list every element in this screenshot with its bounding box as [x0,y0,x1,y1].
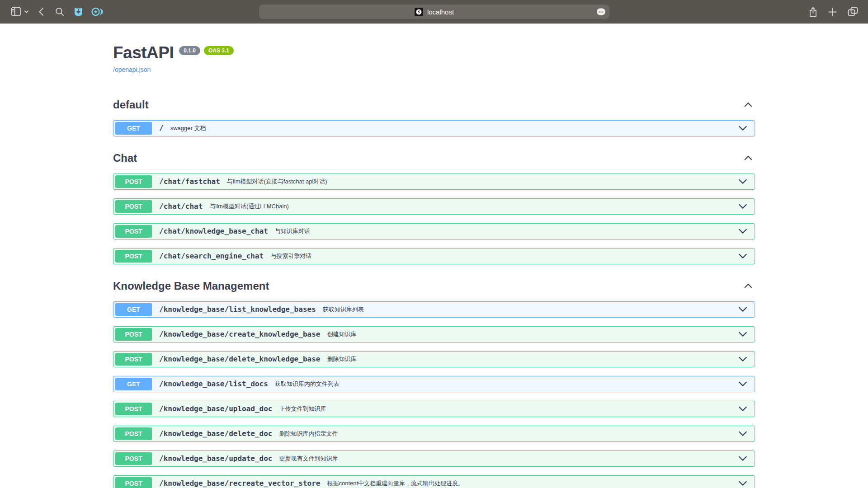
section-collapse-button[interactable] [741,154,755,162]
section-title: Chat [113,152,137,164]
extension-radar-button[interactable] [88,5,106,19]
section-default: default GET / swagger 文档 [113,99,755,136]
section-title: Knowledge Base Management [113,280,269,292]
endpoint-description: 与搜索引擎对话 [270,252,311,260]
endpoint-post-chat-search_engine_chat[interactable]: POST /chat/search_engine_chat 与搜索引擎对话 [113,248,755,264]
api-sections: default GET / swagger 文档 Chat [113,99,755,488]
page-title: FastAPI [113,44,174,62]
method-badge: POST [115,403,152,415]
sidebar-toggle-button[interactable] [9,5,23,19]
section-collapse-button[interactable] [741,100,755,109]
api-info: FastAPI 0.1.0 OAS 3.1 /openapi.json [113,23,755,74]
endpoint-expand-button[interactable] [736,404,750,413]
endpoint-expand-button[interactable] [736,177,750,186]
openapi-spec-link[interactable]: /openapi.json [113,66,151,73]
endpoint-path: /knowledge_base/recreate_vector_store [159,479,320,488]
search-button[interactable] [52,5,68,19]
method-badge: POST [115,328,152,341]
endpoint-post-chat-fastchat[interactable]: POST /chat/fastchat 与llm模型对话(直接与fastchat… [113,174,755,190]
endpoint-list: GET / swagger 文档 [113,116,755,136]
tab-overview-button[interactable] [848,7,858,17]
chevron-down-icon [738,253,747,259]
back-icon [38,7,44,16]
endpoint-post-knowledge_base-recreate_vector_store[interactable]: POST /knowledge_base/recreate_vector_sto… [113,475,755,488]
content-wrapper: FastAPI 0.1.0 OAS 3.1 /openapi.json defa… [113,23,755,488]
endpoint-description: 获取知识库列表 [323,305,364,314]
share-button[interactable] [809,7,817,17]
fastapi-bolt-icon [415,9,422,15]
address-bar[interactable]: localhost [259,5,609,19]
endpoint-path: /knowledge_base/delete_doc [159,429,272,438]
chevron-down-icon [738,357,747,362]
sidebar-icon [11,7,21,16]
endpoint-path: / [159,124,164,132]
endpoint-expand-button[interactable] [736,355,750,364]
endpoint-expand-button[interactable] [736,252,750,261]
toolbar-left-group [0,5,106,19]
extension-shield-button[interactable] [70,5,87,19]
endpoint-description: 删除知识库内指定文件 [279,430,338,438]
method-badge: GET [115,303,152,316]
page-settings-button[interactable] [597,9,605,15]
new-tab-button[interactable] [828,8,837,16]
endpoint-get-knowledge_base-list_knowledge_bases[interactable]: GET /knowledge_base/list_knowledge_bases… [113,301,755,318]
section-collapse-button[interactable] [741,282,755,290]
endpoint-get-root[interactable]: GET / swagger 文档 [113,120,755,136]
browser-toolbar: localhost [0,0,868,23]
section-header[interactable]: Chat [113,152,755,169]
chevron-down-icon [24,10,28,13]
endpoint-expand-button[interactable] [736,454,750,463]
endpoint-description: 与知识库对话 [275,227,310,235]
endpoint-description: 创建知识库 [327,330,356,338]
chevron-down-icon [738,456,747,461]
tab-overview-icon [848,7,858,17]
endpoint-list: POST /chat/fastchat 与llm模型对话(直接与fastchat… [113,169,755,264]
chevron-down-icon [738,481,747,486]
title-badges: 0.1.0 OAS 3.1 [179,46,234,55]
method-badge: POST [115,200,152,213]
endpoint-description: 上传文件到知识库 [279,405,326,413]
share-icon [809,7,817,17]
extension-radar-icon [91,6,103,17]
endpoint-expand-button[interactable] [736,305,750,314]
endpoint-description: swagger 文档 [170,124,206,132]
endpoint-expand-button[interactable] [736,124,750,133]
version-badge: 0.1.0 [179,46,200,55]
endpoint-post-knowledge_base-update_doc[interactable]: POST /knowledge_base/update_doc 更新现有文件到知… [113,450,755,467]
endpoint-description: 更新现有文件到知识库 [279,455,338,463]
method-badge: POST [115,353,152,366]
sidebar-menu-button[interactable] [23,5,30,19]
oas-badge: OAS 3.1 [204,46,234,55]
endpoint-expand-button[interactable] [736,227,750,236]
endpoint-expand-button[interactable] [736,479,750,488]
endpoint-post-chat-chat[interactable]: POST /chat/chat 与llm模型对话(通过LLMChain) [113,198,755,215]
section-header[interactable]: default [113,99,755,116]
method-badge: POST [115,175,152,188]
endpoint-post-knowledge_base-upload_doc[interactable]: POST /knowledge_base/upload_doc 上传文件到知识库 [113,401,755,417]
back-button[interactable] [33,5,49,19]
method-badge: POST [115,452,152,465]
endpoint-expand-button[interactable] [736,202,750,211]
chevron-up-icon [744,155,752,160]
chevron-down-icon [738,381,747,387]
endpoint-expand-button[interactable] [736,429,750,438]
chevron-down-icon [738,179,747,184]
endpoint-path: /knowledge_base/create_knowledge_base [159,330,320,338]
endpoint-description: 获取知识库内的文件列表 [275,380,340,388]
method-badge: POST [115,427,152,440]
chevron-down-icon [738,307,747,312]
chevron-down-icon [738,204,747,209]
section-header[interactable]: Knowledge Base Management [113,280,755,297]
endpoint-post-chat-knowledge_base_chat[interactable]: POST /chat/knowledge_base_chat 与知识库对话 [113,223,755,239]
endpoint-get-knowledge_base-list_docs[interactable]: GET /knowledge_base/list_docs 获取知识库内的文件列… [113,376,755,392]
endpoint-path: /knowledge_base/upload_doc [159,404,272,413]
address-site-label: localhost [427,8,454,16]
endpoint-post-knowledge_base-delete_doc[interactable]: POST /knowledge_base/delete_doc 删除知识库内指定… [113,426,755,442]
new-tab-icon [828,8,837,16]
method-badge: POST [115,477,152,488]
endpoint-post-knowledge_base-delete_knowledge_base[interactable]: POST /knowledge_base/delete_knowledge_ba… [113,351,755,367]
endpoint-description: 与llm模型对话(通过LLMChain) [209,202,289,211]
endpoint-expand-button[interactable] [736,380,750,389]
endpoint-post-knowledge_base-create_knowledge_base[interactable]: POST /knowledge_base/create_knowledge_ba… [113,326,755,343]
endpoint-expand-button[interactable] [736,330,750,339]
